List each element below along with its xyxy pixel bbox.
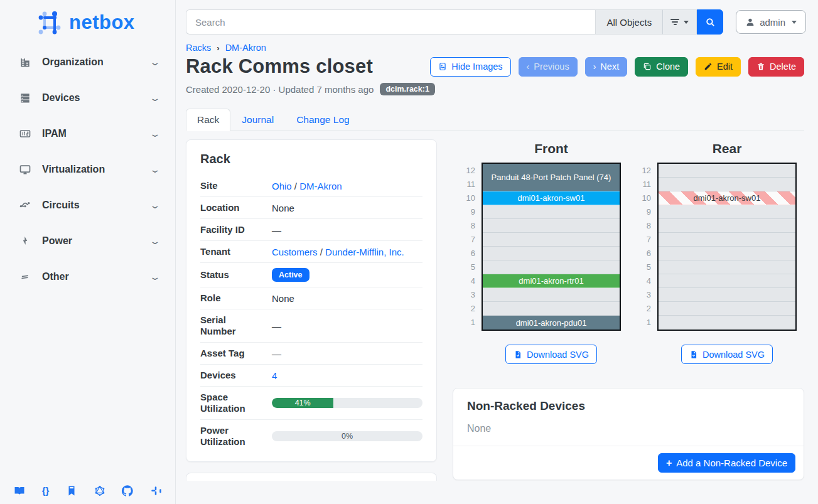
monitor-icon (19, 163, 31, 176)
rack-unit-empty[interactable] (483, 247, 620, 260)
rack-unit-number: 4 (460, 274, 475, 288)
facility-id-label: Facility ID (200, 219, 261, 241)
object-id-badge: dcim.rack:1 (380, 83, 434, 95)
hide-images-button[interactable]: Hide Images (430, 57, 510, 77)
title-row: Rack Comms closet Hide Images ‹ Previous… (186, 55, 804, 78)
docs-book-icon[interactable] (14, 485, 25, 496)
rack-info-card: Rack Site Ohio / DM-Akron Location None … (186, 139, 437, 462)
rack-device[interactable]: dmi01-akron-pdu01 (483, 316, 620, 330)
building-icon (19, 56, 31, 68)
rack-unit-empty[interactable] (659, 164, 795, 178)
community-slack-icon[interactable] (150, 485, 161, 496)
api-docs-bookmark-icon[interactable] (66, 485, 77, 496)
edit-button[interactable]: Edit (696, 57, 741, 77)
rack-unit-empty[interactable] (659, 288, 795, 302)
rack-device[interactable]: Panduit 48-Port Patch Panel (74) (483, 164, 620, 191)
rack-unit-empty[interactable] (659, 302, 795, 316)
sidebar-item-organization[interactable]: Organization ⌄ (0, 50, 175, 75)
download-svg-front-button[interactable]: Download SVG (505, 345, 597, 364)
search-scope-select[interactable]: All Objects (595, 9, 662, 35)
caret-down-icon (792, 21, 797, 24)
rack-unit-empty[interactable] (483, 205, 620, 219)
next-button[interactable]: › Next (585, 57, 628, 77)
rack-unit-empty[interactable] (659, 219, 795, 233)
delete-button[interactable]: Delete (748, 57, 804, 77)
rack-unit-number: 5 (460, 260, 475, 274)
sidebar-item-devices[interactable]: Devices ⌄ (0, 85, 175, 110)
sidebar-item-label: Circuits (42, 200, 80, 211)
power-utilization-bar: 0% (272, 431, 422, 441)
sidebar-item-other[interactable]: Other ⌄ (0, 264, 175, 289)
rack-unit-number: 10 (636, 191, 651, 205)
sidebar-footer: {} (0, 485, 175, 496)
rack-unit-empty[interactable] (659, 205, 795, 219)
github-icon[interactable] (122, 485, 133, 496)
rack-unit-empty[interactable] (659, 178, 795, 191)
table-row: Site Ohio / DM-Akron (200, 175, 422, 197)
tenant-group-link[interactable]: Customers (272, 247, 318, 257)
breadcrumb-link-site[interactable]: DM-Akron (225, 43, 266, 53)
rear-elevation: Rear 121110987654321 dmi01-akron-sw01 Do… (628, 139, 804, 364)
page-title: Rack Comms closet (186, 55, 373, 78)
netbox-logo-icon (36, 9, 63, 36)
tenant-link[interactable]: Dunder-Mifflin, Inc. (325, 247, 404, 257)
sidebar-item-virtualization[interactable]: Virtualization ⌄ (0, 157, 175, 182)
tab-bar: Rack Journal Change Log (186, 109, 804, 131)
sidebar-item-ipam[interactable]: IPAM ⌄ (0, 121, 175, 146)
location-label: Location (200, 197, 261, 219)
search-filter-button[interactable] (662, 9, 697, 35)
search-submit-button[interactable] (697, 9, 723, 35)
rack-unit-empty[interactable] (483, 233, 620, 247)
rest-api-braces-icon[interactable]: {} (42, 485, 50, 496)
rack-unit-number: 1 (460, 316, 475, 330)
download-svg-rear-button[interactable]: Download SVG (681, 345, 773, 364)
delete-label: Delete (770, 62, 796, 72)
space-utilization-value: 41% (295, 399, 311, 407)
rack-unit-empty[interactable] (659, 274, 795, 288)
rack-unit-empty[interactable] (659, 247, 795, 260)
rack-device[interactable]: dmi01-akron-sw01 (483, 191, 620, 205)
graphql-icon[interactable] (94, 485, 105, 496)
created-updated-text: Created 2020-12-20 · Updated 7 months ag… (186, 84, 374, 95)
tab-change-log[interactable]: Change Log (285, 109, 360, 131)
breadcrumb-link-racks[interactable]: Racks (186, 43, 211, 53)
rack-unit-empty[interactable] (483, 288, 620, 302)
copy-icon (643, 62, 652, 71)
rack-unit-number: 7 (460, 233, 475, 247)
sidebar-item-circuits[interactable]: Circuits ⌄ (0, 193, 175, 218)
rack-unit-number: 6 (460, 247, 475, 260)
tab-rack[interactable]: Rack (186, 109, 230, 131)
rack-device[interactable]: dmi01-akron-sw01 (659, 191, 795, 205)
rack-unit-empty[interactable] (659, 260, 795, 274)
rack-device[interactable]: dmi01-akron-rtr01 (483, 274, 620, 288)
rack-unit-empty[interactable] (483, 219, 620, 233)
site-region-link[interactable]: Ohio (272, 181, 292, 191)
rack-unit-number: 10 (460, 191, 475, 205)
sidebar-item-power[interactable]: Power ⌄ (0, 228, 175, 254)
trash-icon (756, 62, 765, 71)
site-link[interactable]: DM-Akron (299, 181, 342, 191)
next-label: Next (600, 62, 619, 72)
devices-count-link[interactable]: 4 (272, 370, 277, 381)
rack-attributes-table: Site Ohio / DM-Akron Location None Facil… (200, 175, 422, 453)
rack-unit-number: 2 (460, 302, 475, 316)
rack-unit-empty[interactable] (483, 302, 620, 316)
non-racked-devices-card: Non-Racked Devices None + Add a Non-Rack… (453, 388, 804, 480)
search-input[interactable] (186, 9, 595, 35)
rack-unit-empty[interactable] (659, 233, 795, 247)
rack-unit-empty[interactable] (483, 260, 620, 274)
user-menu-button[interactable]: admin (736, 10, 806, 34)
sidebar-item-label: Organization (42, 56, 104, 68)
asset-tag-value: — (261, 343, 422, 365)
sidebar-item-label: IPAM (42, 128, 67, 139)
previous-button[interactable]: ‹ Previous (519, 57, 578, 77)
tab-journal[interactable]: Journal (230, 109, 285, 131)
sidebar-item-label: Power (42, 235, 72, 247)
rack-front-unit-labels: 121110987654321 (460, 163, 475, 331)
netbox-logo[interactable]: netbox (0, 0, 175, 39)
rack-unit-number: 2 (636, 302, 651, 316)
add-non-racked-device-button[interactable]: + Add a Non-Racked Device (658, 453, 795, 473)
separator: / (320, 247, 323, 257)
clone-button[interactable]: Clone (635, 57, 688, 77)
rack-unit-empty[interactable] (659, 316, 795, 330)
